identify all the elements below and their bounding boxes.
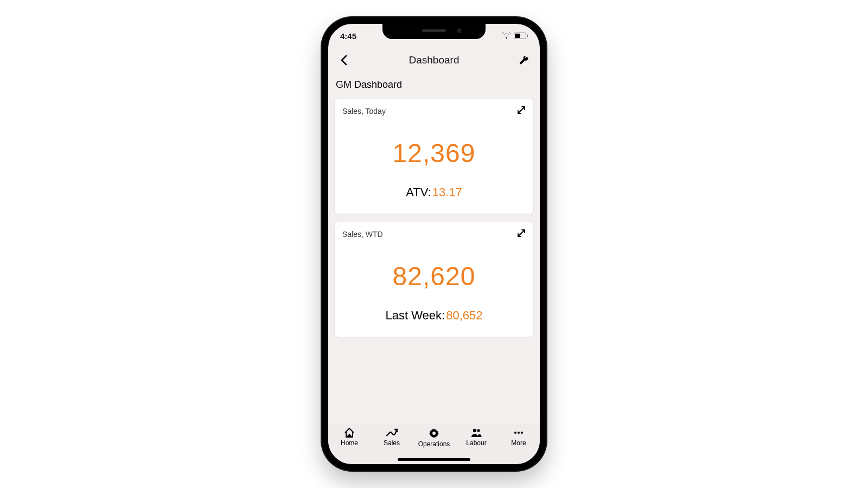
svg-rect-1 bbox=[515, 34, 520, 38]
tab-label: Operations bbox=[418, 440, 450, 448]
battery-icon bbox=[514, 33, 528, 39]
tab-operations[interactable]: Operations bbox=[418, 427, 450, 448]
last-week-label: Last Week: bbox=[386, 309, 445, 323]
back-button[interactable] bbox=[336, 52, 352, 68]
card-sales-wtd: Sales, WTD 82,620 Last Week: 80,652 bbox=[335, 222, 533, 337]
home-indicator bbox=[398, 458, 470, 461]
tab-labour[interactable]: Labour bbox=[460, 427, 493, 447]
home-icon bbox=[343, 427, 355, 438]
svg-rect-2 bbox=[527, 35, 528, 37]
tab-label: Sales bbox=[384, 439, 400, 447]
sales-today-value: 12,369 bbox=[342, 138, 526, 168]
tab-label: More bbox=[511, 439, 526, 447]
atv-value: 13.17 bbox=[432, 185, 462, 200]
settings-button[interactable] bbox=[516, 52, 532, 68]
tab-sales[interactable]: Sales bbox=[375, 427, 408, 447]
card-sales-today: Sales, Today 12,369 ATV: 13.17 bbox=[335, 99, 533, 214]
expand-icon bbox=[517, 229, 526, 237]
phone-mockup: 4:45 Dashboard GM Dashboard bbox=[322, 17, 546, 471]
gear-icon bbox=[428, 427, 440, 439]
svg-point-5 bbox=[477, 429, 480, 432]
section-title: GM Dashboard bbox=[328, 73, 540, 95]
last-week-value: 80,652 bbox=[446, 309, 482, 323]
expand-button[interactable] bbox=[517, 229, 526, 240]
sales-wtd-value: 82,620 bbox=[342, 261, 526, 291]
wifi-icon bbox=[502, 33, 511, 39]
more-icon bbox=[513, 427, 525, 438]
trending-up-icon bbox=[386, 427, 398, 438]
svg-point-7 bbox=[518, 432, 520, 434]
phone-notch bbox=[382, 24, 486, 39]
svg-point-4 bbox=[473, 429, 476, 432]
tab-more[interactable]: More bbox=[502, 427, 535, 447]
expand-icon bbox=[517, 106, 526, 114]
wrench-icon bbox=[519, 55, 529, 65]
content-area: GM Dashboard Sales, Today 12,369 ATV: 13… bbox=[328, 73, 540, 427]
expand-button[interactable] bbox=[517, 106, 526, 117]
card-title: Sales, WTD bbox=[342, 230, 383, 239]
chevron-left-icon bbox=[340, 55, 348, 66]
tab-label: Labour bbox=[466, 439, 486, 447]
tab-home[interactable]: Home bbox=[333, 427, 366, 447]
svg-point-3 bbox=[432, 432, 436, 435]
card-title: Sales, Today bbox=[342, 107, 386, 115]
atv-label: ATV: bbox=[406, 185, 431, 200]
tab-label: Home bbox=[341, 439, 358, 447]
svg-point-8 bbox=[521, 432, 523, 434]
app-header: Dashboard bbox=[328, 48, 540, 73]
status-time: 4:45 bbox=[340, 31, 356, 41]
people-icon bbox=[470, 427, 482, 438]
page-title: Dashboard bbox=[328, 54, 540, 66]
svg-point-6 bbox=[514, 432, 516, 434]
